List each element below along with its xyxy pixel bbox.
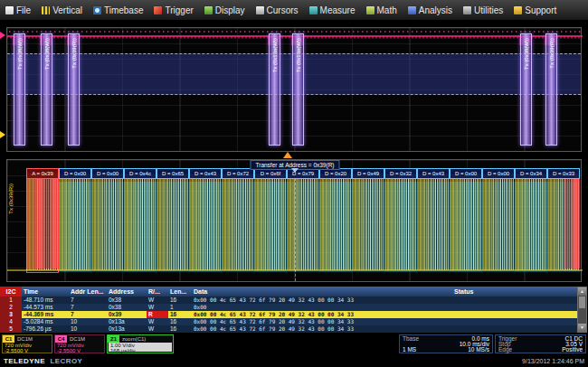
decode-data-box: D = 0x00 — [91, 168, 124, 179]
cell-data: 0x00 00 4c 65 43 72 6f 79 20 49 32 43 00… — [192, 325, 452, 333]
cell-addr: 0x38 — [107, 304, 147, 311]
column-header[interactable]: R/... — [147, 288, 168, 295]
decode-address-box: A = 0x39 — [26, 168, 59, 179]
cell-rw: W — [147, 325, 168, 333]
table-row[interactable]: 3-44.369 ms70x39R160x00 00 4c 65 43 72 6… — [0, 311, 577, 318]
menu-item-timebase[interactable]: Timebase — [88, 0, 149, 20]
column-header[interactable]: Address — [107, 288, 147, 295]
column-header[interactable]: Len... — [168, 288, 192, 295]
decode-data-box: D = 0x32 — [384, 168, 417, 179]
cell-rw: W — [147, 296, 168, 304]
analysis-icon — [408, 6, 416, 14]
protocol-badge: I2C — [0, 287, 22, 296]
menu-item-display[interactable]: Display — [199, 0, 251, 20]
menu-item-label: Support — [525, 5, 556, 15]
i2c-transfer-burst: Tx (0x38(W)) — [520, 33, 532, 146]
column-header[interactable]: Status — [452, 288, 577, 295]
menu-item-vertical[interactable]: Vertical — [36, 0, 88, 20]
table-scrollbar[interactable]: ▲ ▼ — [577, 287, 587, 333]
burst-label: Tx (0x38(W)) — [16, 38, 24, 70]
menu-item-utilities[interactable]: Utilities — [458, 0, 508, 20]
timebase-summary[interactable]: Tbase 0.0 ms 10.0 ms/div 1 MS 10 MS/s — [399, 334, 493, 353]
decode-data-box: D = 0x33 — [547, 168, 580, 179]
c4-level-marker[interactable] — [0, 32, 5, 39]
burst-label: Tx (0x39(R)) — [71, 38, 78, 69]
brand-teledyne: TELEDYNE — [4, 357, 45, 365]
cell-stat — [452, 296, 577, 304]
menu-item-measure[interactable]: Measure — [304, 0, 361, 20]
burst-label: Tx (0x39(R)) — [548, 38, 555, 69]
menu-item-analysis[interactable]: Analysis — [403, 0, 458, 20]
zoom-descriptor-z1[interactable]: Z1 zoom(C1) 1.00 V/div 168 µs/div — [107, 334, 174, 353]
trigger-position-marker[interactable] — [283, 152, 292, 158]
z1-tab: Z1 — [108, 335, 119, 343]
zoom-trace-label: Tx (0x39(R)) — [8, 184, 14, 214]
c1-level-marker[interactable] — [0, 131, 5, 138]
table-header-row: I2C TimeAddr Len...AddressR/...Len...Dat… — [0, 287, 577, 296]
cell-time: -48.710 ms — [22, 296, 69, 304]
i2c-transfer-burst: Tx (0x39(R)) — [545, 33, 557, 146]
menu-item-support[interactable]: Support — [508, 0, 562, 20]
table-row[interactable]: 5-796.26 µs100x13aW160x00 00 4c 65 43 72… — [0, 325, 577, 333]
utilities-icon — [463, 6, 471, 14]
z1-source: zoom(C1) — [122, 336, 146, 342]
trigger-icon — [154, 6, 162, 14]
file-icon — [5, 6, 14, 14]
timebase-rate: 10 MS/s — [468, 347, 489, 353]
cell-len: 7 — [69, 311, 107, 318]
c1-offset: -2.5500 V — [5, 348, 28, 353]
channel-descriptor-c4[interactable]: C4 DC1M 720 mV/div -2.5500 V — [54, 334, 105, 353]
table-row[interactable]: 4-5.0284 ms100x13aW160x00 00 4c 65 43 72… — [0, 318, 577, 325]
cell-bytes: 16 — [168, 296, 192, 304]
table-row[interactable]: 1-48.710 ms70x38W160x00 00 4c 65 43 72 6… — [0, 296, 577, 304]
column-header[interactable]: Data — [192, 288, 452, 295]
cell-rw: R — [147, 311, 168, 318]
menu-item-label: Math — [377, 5, 397, 15]
cell-bytes: 16 — [168, 325, 192, 333]
scroll-up-icon[interactable]: ▲ — [578, 287, 586, 296]
decode-result-table: I2C TimeAddr Len...AddressR/...Len...Dat… — [0, 287, 588, 333]
column-header[interactable]: Time — [22, 288, 69, 295]
menu-item-label: Trigger — [165, 5, 193, 15]
burst-label: Tx (0x38(W)) — [43, 38, 51, 70]
cell-stat — [452, 325, 577, 333]
menu-item-label: Display — [215, 5, 245, 15]
c4-tab: C4 — [55, 335, 67, 343]
cell-time: -44.573 ms — [22, 304, 69, 311]
cell-bytes: 16 — [168, 311, 192, 318]
measure-icon — [309, 6, 318, 14]
datetime-display: 9/13/2012 1:24:46 PM — [522, 358, 584, 364]
timebase-samples: 1 MS — [403, 347, 416, 353]
i2c-transfer-burst: Tx (0x13a(W)) — [292, 33, 304, 146]
decode-data-box: D = 0x43 — [189, 168, 222, 179]
menu-item-math[interactable]: Math — [361, 0, 403, 20]
c1-tab: C1 — [3, 335, 14, 343]
menu-item-label: Analysis — [419, 5, 452, 15]
channel-descriptor-c1[interactable]: C1 DC1M 720 mV/div -2.5500 V — [2, 334, 52, 353]
decode-data-box: D = 0x34 — [515, 168, 547, 179]
trigger-summary[interactable]: Trigger C1 DC Stop 3.05 V Edge Positive — [495, 334, 586, 353]
cell-data: 0x00 00 4c 65 43 72 6f 79 20 49 32 43 00… — [192, 311, 452, 318]
cell-addr: 0x39 — [107, 311, 147, 318]
decode-data-box: D = 0x49 — [352, 168, 384, 179]
decode-data-box: D = 0x00 — [59, 168, 91, 179]
display-icon — [204, 6, 213, 14]
scrollbar-thumb[interactable] — [579, 296, 585, 308]
column-header[interactable]: Addr Len... — [69, 288, 107, 295]
menu-item-label: Timebase — [104, 5, 144, 15]
decode-data-box: D = 0x65 — [156, 168, 189, 179]
cell-time: -44.369 ms — [22, 311, 69, 318]
cell-idx: 2 — [0, 304, 22, 311]
scroll-down-icon[interactable]: ▼ — [578, 324, 586, 332]
menu-item-file[interactable]: File — [0, 0, 36, 20]
menu-item-label: Vertical — [52, 5, 82, 15]
z1-scales: 1.00 V/div 168 µs/div — [109, 343, 172, 352]
cell-time: -796.26 µs — [22, 325, 69, 333]
i2c-transfer-burst: Tx (0x13a(W)) — [269, 33, 280, 146]
table-row[interactable]: 2-44.573 ms70x38W10x00 — [0, 304, 577, 311]
z1-hscale: 168 µs/div — [110, 348, 172, 353]
menu-item-cursors[interactable]: Cursors — [251, 0, 304, 20]
c4-coupling: DC1M — [70, 336, 85, 342]
c4-offset: -2.5500 V — [57, 348, 81, 353]
menu-item-trigger[interactable]: Trigger — [148, 0, 198, 20]
